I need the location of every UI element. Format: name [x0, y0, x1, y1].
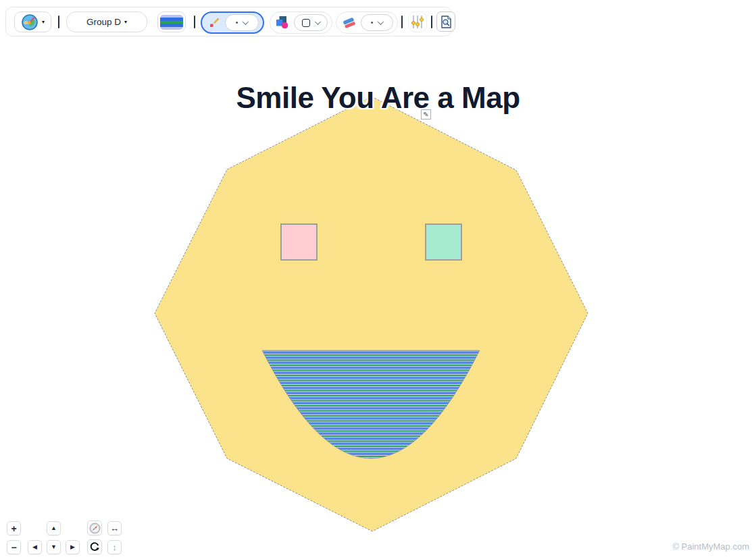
chevron-down-icon: [378, 18, 384, 25]
layers-button[interactable]: [157, 11, 186, 32]
shapes-tool-button[interactable]: [270, 11, 332, 34]
eraser-tool-button[interactable]: •: [336, 11, 398, 34]
chevron-down-icon: ▾: [124, 20, 127, 25]
brush-tool-button[interactable]: •: [201, 11, 264, 34]
pan-up-button[interactable]: ▲: [47, 521, 61, 535]
pan-right-button[interactable]: ▶: [66, 540, 80, 554]
right-eye-rect[interactable]: [425, 223, 462, 261]
toolbar-separator: [194, 16, 195, 28]
toolbar-separator: [58, 16, 59, 28]
eraser-size-dropdown[interactable]: •: [361, 14, 393, 31]
eraser-size-value: •: [371, 20, 374, 26]
face-polygon[interactable]: [155, 97, 588, 531]
brush-size-value: •: [236, 20, 238, 26]
compass-icon: [89, 523, 101, 534]
chevron-down-icon: ▾: [42, 20, 45, 25]
flip-vertical-button[interactable]: ↕: [107, 540, 122, 554]
brush-size-dropdown[interactable]: •: [225, 14, 259, 31]
globe-paintbrush-icon: [21, 14, 39, 31]
shape-type-dropdown[interactable]: [294, 14, 328, 31]
sliders-icon: [411, 14, 424, 30]
rotate-clockwise-icon: [89, 541, 100, 552]
stripes-icon: [160, 15, 183, 30]
edit-pencil-icon[interactable]: ✎: [421, 109, 431, 119]
document-magnifier-icon: [440, 15, 453, 29]
adjustments-button[interactable]: [408, 11, 427, 32]
toolbar: ▾ Group D ▾ •: [5, 7, 452, 36]
rounded-square-glyph-icon: [302, 19, 310, 27]
chevron-down-icon: [314, 18, 321, 25]
app-logo-button[interactable]: ▾: [14, 11, 51, 32]
shapes-icon: [276, 16, 290, 30]
zoom-in-button[interactable]: +: [7, 521, 21, 535]
left-eye-rect[interactable]: [280, 223, 318, 261]
rotate-button[interactable]: [87, 539, 102, 554]
compass-button[interactable]: [87, 521, 102, 535]
eraser-icon: [342, 17, 357, 29]
pan-down-button[interactable]: ▼: [47, 540, 61, 554]
pan-left-button[interactable]: ◀: [28, 540, 42, 554]
zoom-out-button[interactable]: −: [7, 540, 21, 554]
toolbar-separator: [401, 16, 403, 28]
chevron-down-icon: [243, 18, 249, 25]
preview-button[interactable]: [436, 11, 455, 32]
toolbar-separator: [431, 16, 432, 28]
group-selector-button[interactable]: Group D ▾: [66, 11, 147, 32]
paintbrush-icon: [207, 16, 221, 30]
flip-horizontal-button[interactable]: ↔: [107, 521, 122, 535]
page-title: Smile You Are a Map: [0, 81, 756, 115]
group-selector-label: Group D: [86, 17, 121, 27]
watermark: © PaintMyMap.com: [672, 541, 749, 552]
